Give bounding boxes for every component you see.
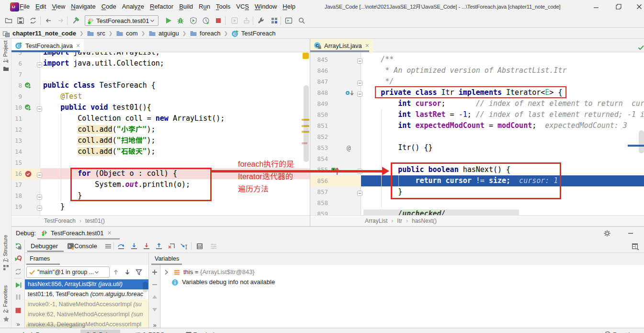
toolwindow-button-terminal[interactable]: Terminal bbox=[186, 330, 214, 333]
fold-marker-icon[interactable] bbox=[37, 105, 42, 112]
fold-marker-icon[interactable] bbox=[357, 189, 362, 196]
frames-scrollbar-horizontal[interactable] bbox=[26, 324, 85, 328]
fold-marker-icon[interactable] bbox=[357, 90, 362, 97]
menu-run[interactable]: Run bbox=[196, 0, 213, 13]
fold-icon[interactable] bbox=[357, 58, 362, 64]
save-button[interactable] bbox=[16, 16, 25, 25]
move-watch-down-button[interactable] bbox=[150, 305, 159, 314]
stop-button[interactable] bbox=[214, 16, 223, 25]
run-gutter-icon[interactable] bbox=[24, 103, 32, 112]
run-gutter-icon[interactable] bbox=[24, 82, 32, 90]
editor-breadcrumb-item[interactable]: test01() bbox=[85, 218, 105, 224]
fold-icon[interactable] bbox=[37, 106, 42, 112]
editor-scrollbar[interactable] bbox=[304, 85, 309, 162]
breadcrumb-item-src[interactable]: src bbox=[87, 30, 105, 37]
profiler-button[interactable] bbox=[201, 16, 211, 25]
toolwindow-button-run[interactable]: 4: Run bbox=[22, 330, 46, 333]
menu-code[interactable]: Code bbox=[99, 0, 119, 13]
window-minimize-button[interactable] bbox=[588, 0, 604, 13]
editor-breadcrumb-item[interactable]: Itr bbox=[397, 218, 402, 224]
editor-breadcrumb-item[interactable]: ArrayList bbox=[365, 218, 387, 224]
breakpoint-icon[interactable] bbox=[24, 170, 32, 178]
build-hammer-button[interactable] bbox=[71, 16, 80, 25]
debugger-layout-menu[interactable] bbox=[104, 242, 113, 251]
menu-edit[interactable]: Edit bbox=[33, 0, 49, 13]
wrench-button[interactable] bbox=[256, 16, 266, 25]
frame-up-button[interactable] bbox=[112, 268, 120, 276]
run-button[interactable] bbox=[164, 16, 173, 25]
debug-session-tab[interactable]: TestForeach.test01 × bbox=[37, 227, 115, 239]
frames-scrollbar-vertical[interactable] bbox=[143, 282, 148, 292]
fold-marker-icon[interactable] bbox=[37, 193, 42, 200]
step-into-button[interactable] bbox=[130, 242, 138, 251]
menu-build[interactable]: Build bbox=[176, 0, 196, 13]
terminal-run-button[interactable] bbox=[284, 16, 294, 25]
more-actions-button[interactable]: » bbox=[14, 320, 23, 328]
menu-view[interactable]: View bbox=[49, 0, 68, 13]
menu-tools[interactable]: Tools bbox=[213, 0, 233, 13]
rerun-failed-tests-button[interactable] bbox=[14, 254, 23, 263]
toolwindow-button-todo[interactable]: 6: TODO bbox=[135, 330, 165, 333]
stripe-structure[interactable]: 7: Structure bbox=[2, 235, 8, 262]
run-configuration-select[interactable]: TestForeach.test01 bbox=[85, 15, 158, 26]
evaluate-expression-button[interactable] bbox=[195, 242, 204, 251]
fold-icon[interactable] bbox=[37, 195, 42, 200]
toolwindow-button-debug[interactable]: 5: Debug bbox=[80, 330, 120, 333]
stripe-project[interactable]: 1: Project bbox=[2, 41, 8, 63]
thread-select[interactable]: "main"@1 in group ... bbox=[26, 266, 110, 278]
menu-refactor[interactable]: Refactor bbox=[147, 0, 176, 13]
restore-layout-button[interactable] bbox=[631, 242, 639, 251]
back-button[interactable] bbox=[44, 16, 53, 25]
breadcrumb-item-atguigu[interactable]: atguigu bbox=[148, 30, 179, 37]
editor-scrollbar[interactable] bbox=[639, 130, 644, 153]
hide-panel-icon[interactable] bbox=[627, 229, 634, 237]
fold-marker-icon[interactable] bbox=[357, 79, 362, 86]
fold-marker-icon[interactable] bbox=[37, 171, 42, 178]
menu-navigate[interactable]: Navigate bbox=[68, 0, 98, 13]
forward-button[interactable] bbox=[56, 16, 66, 25]
fold-icon[interactable] bbox=[37, 62, 42, 68]
settings-button[interactable] bbox=[209, 242, 218, 251]
pause-button[interactable] bbox=[14, 293, 23, 301]
rerun-button[interactable] bbox=[14, 242, 23, 251]
drop-frame-button[interactable] bbox=[167, 242, 176, 251]
breadcrumb-item-chapter11_note_code[interactable]: chapter11_note_code bbox=[2, 30, 76, 37]
analysis-status-ok-icon[interactable] bbox=[637, 44, 644, 51]
disabled-run-button[interactable] bbox=[230, 16, 239, 25]
fold-icon[interactable] bbox=[357, 191, 362, 196]
fold-icon[interactable] bbox=[37, 172, 42, 178]
frame-down-button[interactable] bbox=[123, 268, 132, 276]
frame-row[interactable]: invoke:62, NativeMethodAccessorImpl (sun bbox=[25, 310, 148, 320]
menu-file[interactable]: File bbox=[17, 0, 33, 13]
run-gutter-icon[interactable] bbox=[24, 81, 32, 90]
open-folder-button[interactable] bbox=[4, 16, 13, 25]
project-structure-button[interactable] bbox=[270, 16, 279, 25]
debug-bug-button[interactable] bbox=[176, 16, 185, 25]
gear-icon[interactable] bbox=[603, 229, 611, 237]
breakpoint-icon[interactable] bbox=[24, 170, 32, 178]
force-step-into-button[interactable] bbox=[142, 242, 151, 251]
window-maximize-button[interactable] bbox=[610, 0, 627, 13]
menu-help[interactable]: Help bbox=[280, 0, 298, 13]
resume-button[interactable] bbox=[14, 281, 23, 289]
toolwindow-button-eventlog[interactable]: Event Log bbox=[604, 330, 638, 333]
frame-row[interactable]: hasNext:856, ArrayList$Itr (java.util) bbox=[25, 279, 148, 289]
step-over-button[interactable] bbox=[117, 242, 125, 251]
breadcrumb-item-foreach[interactable]: foreach bbox=[190, 30, 220, 37]
fold-marker-icon[interactable] bbox=[37, 204, 42, 211]
search-button[interactable] bbox=[297, 16, 306, 25]
menu-analyze[interactable]: Analyze bbox=[119, 0, 147, 13]
variable-row[interactable]: this = {ArrayList$Itr@843} bbox=[161, 267, 644, 277]
add-watch-button[interactable] bbox=[150, 268, 159, 276]
expand-chevron-icon[interactable] bbox=[163, 269, 169, 276]
frame-row[interactable]: test01:16, TestForeach (com.atguigu.fore… bbox=[25, 289, 148, 299]
fold-marker-icon[interactable] bbox=[357, 57, 362, 64]
run-gutter-icon[interactable] bbox=[24, 104, 32, 112]
stripe-favorites[interactable]: 2: Favorites bbox=[2, 286, 8, 313]
window-close-button[interactable] bbox=[631, 0, 644, 13]
frames-header[interactable]: Frames bbox=[30, 255, 50, 262]
move-watch-up-button[interactable] bbox=[150, 293, 159, 301]
disabled-deploy-button[interactable] bbox=[242, 16, 251, 25]
breadcrumb-item-testforeach[interactable]: CTestForeach bbox=[231, 30, 276, 37]
variables-info-row[interactable]: Variables debug info not available bbox=[161, 277, 644, 287]
